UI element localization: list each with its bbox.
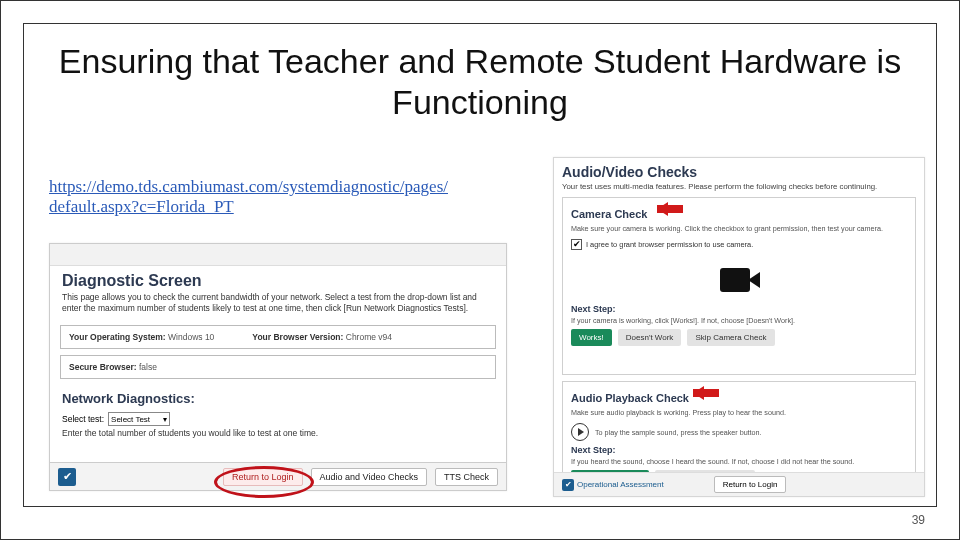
assessment-logo-text: Operational Assessment	[577, 480, 664, 489]
diagnostic-footer: ✔ Return to Login Audio and Video Checks…	[50, 462, 506, 490]
av-heading: Audio/Video Checks	[562, 164, 916, 180]
select-test-dropdown[interactable]: Select Test ▾	[108, 412, 170, 426]
audio-next-label: Next Step:	[571, 445, 907, 455]
audio-playback-title: Audio Playback Check	[571, 392, 689, 404]
play-button[interactable]	[571, 423, 589, 441]
diagnostic-description: This page allows you to check the curren…	[50, 292, 506, 319]
select-test-value: Select Test	[111, 415, 150, 424]
secure-value: false	[139, 362, 157, 372]
play-icon	[578, 428, 584, 436]
select-test-label: Select test:	[62, 414, 104, 424]
browser-label: Your Browser Version:	[252, 332, 343, 342]
camera-button-row: Works! Doesn't Work Skip Camera Check	[571, 329, 907, 346]
camera-check-desc: Make sure your camera is working. Click …	[571, 224, 907, 233]
av-return-to-login-button[interactable]: Return to Login	[714, 476, 787, 493]
audio-playback-desc: Make sure audio playback is working. Pre…	[571, 408, 907, 417]
select-test-row: Select test: Select Test ▾	[50, 406, 506, 426]
audio-video-checks-panel: Audio/Video Checks Your test uses multi-…	[553, 157, 925, 497]
check-icon: ✔	[562, 479, 574, 491]
audio-play-hint: To play the sample sound, press the spea…	[595, 428, 762, 437]
audio-next-desc: If you heard the sound, choose I heard t…	[571, 457, 907, 466]
camera-next-desc: If your camera is working, click [Works!…	[571, 316, 907, 325]
secure-label: Secure Browser:	[69, 362, 137, 372]
secure-browser-box: Secure Browser: false	[60, 355, 496, 379]
diagnostic-url-line1[interactable]: https://demo.tds.cambiumast.com/systemdi…	[49, 177, 448, 196]
camera-check-box: Camera Check Make sure your camera is wo…	[562, 197, 916, 375]
camera-works-button[interactable]: Works!	[571, 329, 612, 346]
tts-check-button[interactable]: TTS Check	[435, 468, 498, 486]
annotation-arrow-audio	[693, 386, 729, 400]
av-subheading: Your test uses multi-media features. Ple…	[562, 182, 916, 191]
camera-check-title: Camera Check	[571, 208, 647, 220]
browser-value: Chrome v94	[346, 332, 392, 342]
diagnostic-heading: Diagnostic Screen	[50, 266, 506, 292]
skip-camera-button[interactable]: Skip Camera Check	[687, 329, 774, 346]
student-count-note: Enter the total number of students you w…	[50, 426, 506, 438]
camera-icon	[716, 258, 762, 300]
camera-permission-label: I agree to grant browser permission to u…	[586, 240, 753, 249]
diagnostic-url-line2[interactable]: default.aspx?c=Florida_PT	[49, 197, 234, 216]
camera-permission-row: ✔ I agree to grant browser permission to…	[571, 239, 907, 250]
audio-playback-box: Audio Playback Check Make sure audio pla…	[562, 381, 916, 481]
diagnostic-screen-panel: Diagnostic Screen This page allows you t…	[49, 243, 507, 491]
os-label: Your Operating System:	[69, 332, 166, 342]
page-number: 39	[912, 513, 925, 527]
system-info-box: Your Operating System: Windows 10 Your B…	[60, 325, 496, 349]
shield-icon: ✔	[58, 468, 76, 486]
av-footer: ✔ Operational Assessment Return to Login	[554, 472, 924, 496]
chevron-down-icon: ▾	[163, 415, 167, 424]
camera-next-label: Next Step:	[571, 304, 907, 314]
diagnostic-header-bar	[50, 244, 506, 266]
diagnostic-url: https://demo.tds.cambiumast.com/systemdi…	[49, 177, 448, 218]
network-diagnostics-heading: Network Diagnostics:	[50, 385, 506, 406]
camera-permission-checkbox[interactable]: ✔	[571, 239, 582, 250]
audio-video-checks-button[interactable]: Audio and Video Checks	[311, 468, 427, 486]
audio-play-row: To play the sample sound, press the spea…	[571, 423, 907, 441]
slide: Ensuring that Teacher and Remote Student…	[0, 0, 960, 540]
os-value: Windows 10	[168, 332, 214, 342]
annotation-arrow-camera	[657, 202, 693, 216]
camera-doesnt-work-button[interactable]: Doesn't Work	[618, 329, 682, 346]
slide-title: Ensuring that Teacher and Remote Student…	[1, 41, 959, 123]
assessment-logo: ✔ Operational Assessment	[562, 479, 664, 491]
return-to-login-button[interactable]: Return to Login	[223, 468, 303, 486]
